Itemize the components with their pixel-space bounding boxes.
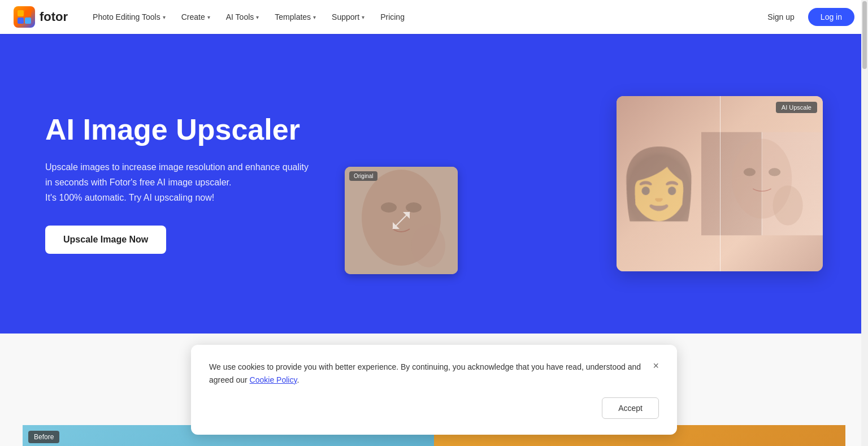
nav-links: Photo Editing Tools ▾ Create ▾ AI Tools … <box>86 8 761 26</box>
chevron-icon: ▾ <box>362 14 364 20</box>
upscale-cta-button[interactable]: Upscale Image Now <box>45 226 166 254</box>
login-button[interactable]: Log in <box>808 8 854 26</box>
upscaled-image-card: AI Upscale <box>617 96 823 271</box>
chevron-icon: ▾ <box>163 14 166 20</box>
original-image-card: Original <box>345 167 458 274</box>
svg-rect-1 <box>25 10 31 16</box>
nav-templates[interactable]: Templates ▾ <box>268 8 323 26</box>
scrollbar-thumb[interactable] <box>862 1 867 69</box>
logo-text: fotor <box>40 10 68 24</box>
svg-point-15 <box>411 224 445 267</box>
expand-arrow-icon <box>387 206 415 235</box>
cookie-actions: Accept <box>209 397 659 419</box>
hero-image-area: AI Upscale Original <box>362 82 823 285</box>
ai-upscale-badge: AI Upscale <box>776 102 817 113</box>
svg-rect-2 <box>18 18 24 24</box>
svg-point-8 <box>744 168 756 176</box>
svg-rect-3 <box>25 18 31 24</box>
svg-point-9 <box>769 168 780 176</box>
nav-pricing[interactable]: Pricing <box>374 8 411 26</box>
nav-ai-tools[interactable]: AI Tools ▾ <box>219 8 266 26</box>
chevron-icon: ▾ <box>207 14 210 20</box>
hero-content: AI Image Upscaler Upscale images to incr… <box>45 114 362 254</box>
scrollbar-track[interactable] <box>861 0 868 446</box>
cookie-policy-link[interactable]: Cookie Policy <box>250 375 297 384</box>
logo-link[interactable]: fotor <box>14 6 68 28</box>
nav-create[interactable]: Create ▾ <box>175 8 217 26</box>
navbar: fotor Photo Editing Tools ▾ Create ▾ AI … <box>0 0 868 34</box>
logo-icon <box>14 6 35 28</box>
before-badge: Before <box>28 431 59 443</box>
chevron-icon: ▾ <box>313 14 316 20</box>
hero-section: AI Image Upscaler Upscale images to incr… <box>0 34 868 334</box>
face-upscaled <box>617 96 823 271</box>
cookie-header: We use cookies to provide you with bette… <box>209 361 659 386</box>
chevron-icon: ▾ <box>256 14 259 20</box>
nav-support[interactable]: Support ▾ <box>325 8 371 26</box>
hero-title: AI Image Upscaler <box>45 114 362 146</box>
nav-actions: Sign up Log in <box>761 8 854 26</box>
cookie-text: We use cookies to provide you with bette… <box>209 361 644 386</box>
hero-description: Upscale images to increase image resolut… <box>45 159 362 206</box>
cookie-banner: We use cookies to provide you with bette… <box>191 345 677 435</box>
signup-button[interactable]: Sign up <box>761 8 801 26</box>
cookie-close-button[interactable]: × <box>644 361 659 371</box>
cookie-accept-button[interactable]: Accept <box>602 397 659 419</box>
svg-point-10 <box>773 185 803 226</box>
nav-photo-editing[interactable]: Photo Editing Tools ▾ <box>86 8 172 26</box>
svg-rect-0 <box>18 10 24 16</box>
